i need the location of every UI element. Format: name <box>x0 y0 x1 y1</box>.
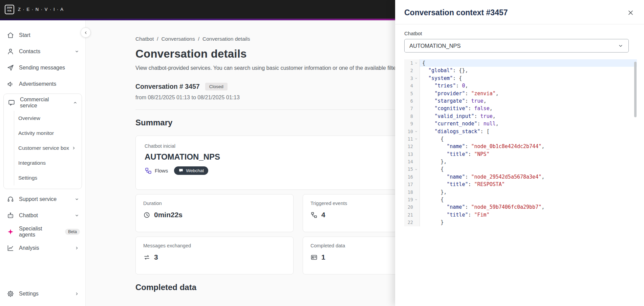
code-text: { <box>420 196 637 203</box>
line-number: 16 <box>404 173 413 181</box>
drawer-title: Conversation context #3457 <box>404 8 508 17</box>
breadcrumb-separator: / <box>157 36 158 42</box>
line-number: 8 <box>404 113 413 120</box>
events-icon <box>310 211 318 219</box>
code-line: 16 "name": "node_29542d5a5678a3e4", <box>404 173 637 181</box>
code-line: 11 { <box>404 135 637 143</box>
sidebar-item-label: Contacts <box>19 48 40 55</box>
sidebar-item-support-service[interactable]: Support service <box>0 191 85 207</box>
sidebar-item-sending-messages[interactable]: Sending messages <box>0 60 85 76</box>
sidebar-item-label: Settings <box>18 175 37 181</box>
chevron-up-icon <box>72 100 78 106</box>
code-line: 14 }, <box>404 158 637 165</box>
code-text: "name": "node_0b1c8e424dc2b744", <box>420 143 637 150</box>
code-line: 8 "valid_input": true, <box>404 113 637 120</box>
code-text: { <box>420 135 637 143</box>
tag-webchat: Webchat <box>174 166 208 175</box>
chevron-left-icon <box>83 30 88 35</box>
sidebar-item-contacts[interactable]: Contacts <box>0 43 85 60</box>
sidebar-item-label: Activity monitor <box>18 130 54 136</box>
metric-label: Messages exchanged <box>143 243 286 248</box>
robot-icon <box>7 212 14 219</box>
sidebar: StartContactsSending messagesAdvertiseme… <box>0 20 86 306</box>
sidebar-item-settings[interactable]: Settings <box>14 170 82 185</box>
code-line: 2 "global": {}, <box>404 67 637 74</box>
breadcrumb-conversations[interactable]: Conversations <box>162 36 195 42</box>
sidebar-item-label: Customer service box <box>18 145 69 151</box>
chat-icon <box>8 99 15 106</box>
tag-label: Flows <box>155 168 168 174</box>
sidebar-item-label: Overview <box>18 115 40 121</box>
line-number: 19 <box>404 196 413 203</box>
sidebar-item-commercial-service[interactable]: Commercial service <box>4 95 82 111</box>
code-text: "name": "node_29542d5a5678a3e4", <box>420 173 637 181</box>
sidebar-item-label: Support service <box>19 196 57 202</box>
close-icon <box>627 9 634 16</box>
metric-value: 3 <box>154 253 158 261</box>
line-gutter: 7 <box>404 105 420 112</box>
sidebar-item-label: Specialist agents <box>19 226 57 238</box>
breadcrumb-separator: / <box>198 36 199 42</box>
sidebar-item-integrations[interactable]: Integrations <box>14 156 82 170</box>
code-text: "tries": 0, <box>420 82 637 89</box>
line-gutter: 9 <box>404 120 420 127</box>
exchange-icon <box>143 254 150 261</box>
fold-toggle-icon[interactable] <box>413 137 419 141</box>
code-text: } <box>420 219 637 226</box>
sidebar-item-overview[interactable]: Overview <box>14 111 82 126</box>
code-line: 20 "name": "node_59b7406fc0a29bb7", <box>404 203 637 211</box>
fold-toggle-icon[interactable] <box>413 198 419 201</box>
line-number: 2 <box>404 67 413 74</box>
code-text: "system": { <box>420 75 637 82</box>
sidebar-collapse-button[interactable] <box>81 27 91 38</box>
chatbot-select[interactable]: AUTOMATION_NPS <box>404 39 629 53</box>
zenvia-logo-icon[interactable]: ZEN VIA <box>5 5 14 14</box>
editor-scrollbar[interactable] <box>634 62 637 117</box>
code-line: 19 { <box>404 196 637 203</box>
sidebar-item-label: Sending messages <box>19 65 65 71</box>
status-badge: Closed <box>205 83 228 90</box>
code-line: 4 "tries": 0, <box>404 82 637 89</box>
headset-icon <box>7 196 14 203</box>
code-line: 1{ <box>404 59 637 67</box>
line-gutter: 16 <box>404 173 420 181</box>
code-text: "title": "Fim" <box>420 211 637 219</box>
sidebar-item-specialist-agents[interactable]: Specialist agentsBeta <box>0 224 85 240</box>
fold-toggle-icon[interactable] <box>413 77 419 80</box>
line-gutter: 14 <box>404 158 420 165</box>
breadcrumb-chatbot[interactable]: Chatbot <box>135 36 154 42</box>
code-text: }, <box>420 188 637 196</box>
fold-toggle-icon[interactable] <box>413 61 419 65</box>
fold-toggle-icon[interactable] <box>413 130 419 133</box>
sidebar-submenu: OverviewActivity monitorCustomer service… <box>14 111 82 185</box>
sidebar-item-advertisements[interactable]: Advertisements <box>0 76 85 92</box>
code-line: 5 "provider": "zenvia", <box>404 90 637 97</box>
line-number: 17 <box>404 181 413 188</box>
line-gutter: 11 <box>404 135 420 143</box>
sidebar-item-label: Chatbot <box>19 212 38 219</box>
fold-toggle-icon[interactable] <box>413 168 419 171</box>
sidebar-item-chatbot[interactable]: Chatbot <box>0 207 85 224</box>
line-gutter: 3 <box>404 75 420 82</box>
sidebar-item-start[interactable]: Start <box>0 27 85 43</box>
line-gutter: 15 <box>404 165 420 173</box>
code-line: 6 "stargate": true, <box>404 97 637 105</box>
sidebar-item-settings[interactable]: Settings <box>0 286 85 302</box>
line-gutter: 18 <box>404 188 420 196</box>
metric-value: 4 <box>321 211 325 219</box>
json-code-editor[interactable]: 1{2 "global": {},3 "system": {4 "tries":… <box>404 59 637 229</box>
sidebar-nav: StartContactsSending messagesAdvertiseme… <box>0 27 85 256</box>
code-line: 18 }, <box>404 188 637 196</box>
sidebar-item-activity-monitor[interactable]: Activity monitor <box>14 126 82 141</box>
conversation-context-drawer: Conversation context #3457 Chatbot AUTOM… <box>395 0 644 306</box>
line-number: 3 <box>404 75 413 82</box>
chevron-down-icon <box>74 212 80 219</box>
metric-value: 1 <box>321 253 325 261</box>
sidebar-item-customer-service-box[interactable]: Customer service box <box>14 141 82 156</box>
sidebar-item-analysis[interactable]: Analysis <box>0 240 85 256</box>
line-number: 22 <box>404 219 413 226</box>
line-number: 20 <box>404 203 413 211</box>
line-number: 12 <box>404 143 413 150</box>
logo-text-top: ZEN <box>7 6 12 9</box>
close-button[interactable] <box>627 9 634 16</box>
